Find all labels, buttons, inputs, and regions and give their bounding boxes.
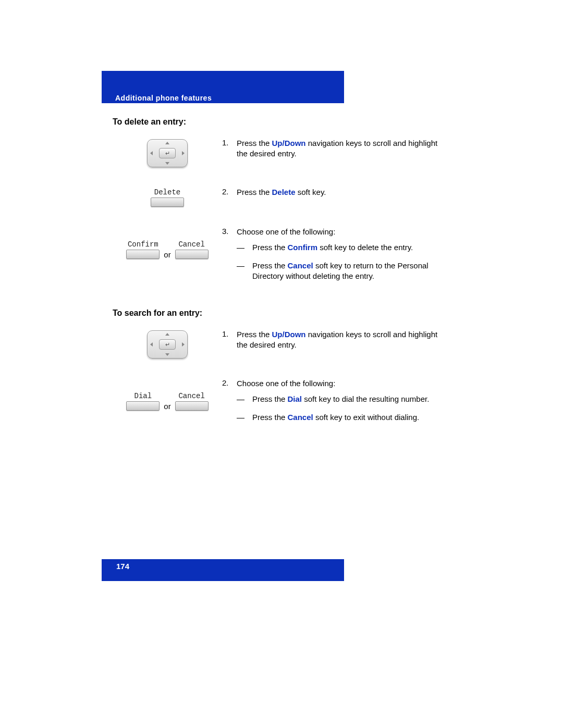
up-arrow-icon	[165, 333, 169, 336]
step-number: 1.	[222, 138, 237, 159]
step-text: 2. Press the Delete soft key.	[222, 187, 441, 198]
softkey-button-icon	[126, 250, 160, 259]
softkey-label: Confirm	[128, 240, 158, 249]
section-heading-delete: To delete an entry:	[113, 117, 441, 127]
dash-icon: —	[237, 394, 252, 404]
enter-key-icon: ↵	[159, 148, 176, 158]
left-arrow-icon	[150, 342, 153, 347]
section-heading-search: To search for an entry:	[113, 309, 441, 318]
softkey-cancel: Cancel	[175, 392, 209, 411]
softkey-button-icon	[175, 401, 209, 411]
step-text: 3. Choose one of the following: — Press …	[222, 227, 441, 289]
softkey-label: Dial	[134, 392, 152, 400]
down-arrow-icon	[165, 353, 169, 356]
step-body: Choose one of the following: — Press the…	[237, 378, 441, 430]
document-page: Additional phone features To delete an e…	[0, 0, 563, 728]
sub-item: — Press the Cancel soft key to return to…	[237, 261, 441, 282]
or-text: or	[164, 251, 170, 259]
dash-icon: —	[237, 412, 252, 423]
step-number: 2.	[222, 187, 237, 198]
or-text: or	[164, 402, 170, 411]
softkey-pair: Dial or Cancel	[126, 392, 208, 411]
sub-item-text: Press the Dial soft key to dial the resu…	[252, 394, 429, 404]
softkey-label: Cancel	[178, 392, 204, 400]
step-icon-col: ↵	[113, 329, 222, 359]
page-number: 174	[116, 562, 129, 571]
step-body: Press the Up/Down navigation keys to scr…	[237, 329, 441, 351]
softkey-dial: Dial	[126, 392, 160, 411]
header-title: Additional phone features	[115, 94, 212, 102]
sub-list: — Press the Dial soft key to dial the re…	[237, 394, 441, 423]
content-area: To delete an entry: ↵ 1. Press the Up/Do…	[113, 112, 441, 450]
sub-item: — Press the Dial soft key to dial the re…	[237, 394, 441, 404]
search-step-1: ↵ 1. Press the Up/Down navigation keys t…	[113, 329, 441, 359]
step-number: 2.	[222, 378, 237, 430]
delete-step-1: ↵ 1. Press the Up/Down navigation keys t…	[113, 138, 441, 167]
dash-icon: —	[237, 242, 252, 253]
enter-key-icon: ↵	[159, 339, 176, 350]
sub-item-text: Press the Confirm soft key to delete the…	[252, 242, 413, 253]
step-icon-col: Dial or Cancel	[113, 378, 222, 411]
softkey-pair: Confirm or Cancel	[126, 240, 208, 259]
up-arrow-icon	[165, 142, 169, 144]
left-arrow-icon	[150, 151, 153, 155]
softkey-delete: Delete	[151, 188, 184, 207]
step-text: 2. Choose one of the following: — Press …	[222, 378, 441, 430]
softkey-label: Cancel	[178, 240, 204, 249]
step-text: 1. Press the Up/Down navigation keys to …	[222, 138, 441, 159]
footer-bar: 174	[102, 559, 344, 581]
step-body: Choose one of the following: — Press the…	[237, 227, 441, 289]
header-bar: Additional phone features	[102, 93, 344, 103]
step-lead: Choose one of the following:	[237, 227, 335, 236]
step-text: 1. Press the Up/Down navigation keys to …	[222, 329, 441, 351]
sub-item: — Press the Confirm soft key to delete t…	[237, 242, 441, 253]
search-step-2: Dial or Cancel 2. Choose one of the foll…	[113, 378, 441, 430]
step-icon-col: Delete	[113, 187, 222, 207]
softkey-label: Delete	[154, 188, 180, 196]
softkey-button-icon	[151, 198, 184, 207]
step-body: Press the Delete soft key.	[237, 187, 441, 198]
step-body: Press the Up/Down navigation keys to scr…	[237, 138, 441, 159]
down-arrow-icon	[165, 162, 169, 165]
sub-list: — Press the Confirm soft key to delete t…	[237, 242, 441, 281]
sub-item-text: Press the Cancel soft key to return to t…	[252, 261, 441, 282]
step-number: 3.	[222, 227, 237, 289]
softkey-button-icon	[126, 401, 160, 411]
navigation-key-icon: ↵	[147, 330, 188, 359]
dash-icon: —	[237, 261, 252, 282]
softkey-confirm: Confirm	[126, 240, 160, 259]
softkey-cancel: Cancel	[175, 240, 209, 259]
delete-step-3: Confirm or Cancel 3. Choose one of the f…	[113, 227, 441, 289]
step-number: 1.	[222, 329, 237, 351]
step-icon-col: Confirm or Cancel	[113, 227, 222, 259]
right-arrow-icon	[182, 151, 185, 155]
sub-item-text: Press the Cancel soft key to exit withou…	[252, 412, 419, 423]
header-accent-bar	[102, 71, 344, 93]
sub-item: — Press the Cancel soft key to exit with…	[237, 412, 441, 423]
step-icon-col: ↵	[113, 138, 222, 167]
navigation-key-icon: ↵	[147, 139, 188, 167]
softkey-button-icon	[175, 250, 209, 259]
right-arrow-icon	[182, 342, 185, 347]
delete-step-2: Delete 2. Press the Delete soft key.	[113, 187, 441, 207]
step-lead: Choose one of the following:	[237, 379, 335, 388]
